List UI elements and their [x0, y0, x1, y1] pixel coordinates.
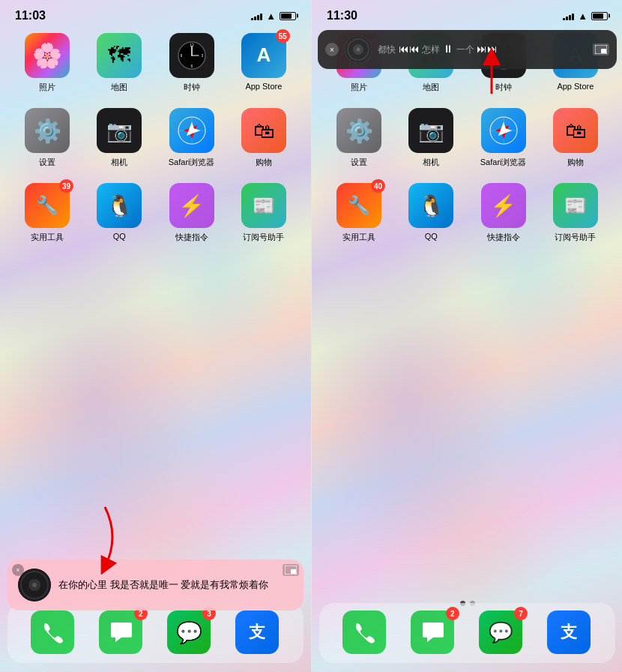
- left-qq-icon: 🐧: [97, 183, 142, 228]
- right-tools-label: 实用工具: [342, 232, 375, 243]
- left-status-bar: 11:03 ▲: [0, 0, 311, 26]
- left-safari-label: Safari浏览器: [169, 157, 215, 168]
- left-app-qq[interactable]: 🐧 QQ: [87, 183, 151, 243]
- left-photos-label: 照片: [39, 82, 55, 93]
- right-bar-album-art: [345, 36, 372, 63]
- left-time: 11:03: [15, 9, 46, 22]
- right-app-shortcuts[interactable]: ⚡ 快捷指令: [471, 183, 536, 243]
- left-settings-label: 设置: [39, 157, 55, 168]
- right-app-subscribe[interactable]: 📰 订阅号助手: [543, 183, 608, 243]
- left-appstore-label: App Store: [245, 82, 282, 91]
- right-shopping-label: 购物: [567, 157, 584, 168]
- left-phone-screen: 11:03 ▲ 🌸 照片 🗺 地图: [0, 0, 311, 672]
- left-camera-label: 相机: [111, 157, 127, 168]
- left-dock-alipay[interactable]: 支: [235, 610, 280, 656]
- svg-rect-24: [601, 49, 606, 53]
- left-app-shortcuts[interactable]: ⚡ 快捷指令: [160, 183, 224, 243]
- left-app-camera[interactable]: 📷 相机: [87, 108, 151, 168]
- right-camera-label: 相机: [423, 157, 439, 168]
- right-dock-alipay[interactable]: 支: [547, 610, 592, 656]
- left-widget-close-button[interactable]: ×: [12, 564, 24, 576]
- right-subscribe-icon: 📰: [553, 183, 598, 228]
- left-tools-badge: 39: [59, 179, 73, 193]
- right-bar-text: 都快 ⏮⏮ 怎样 ⏸ 一个 ⏭⏭: [378, 43, 587, 56]
- left-app-safari[interactable]: Safari浏览器: [160, 108, 224, 168]
- right-status-bar: 11:30 ▲: [312, 0, 622, 26]
- left-maps-icon: 🗺: [97, 33, 142, 78]
- left-app-clock[interactable]: 12 6 9 3 时钟: [160, 33, 224, 93]
- right-clock-label: 时钟: [495, 82, 512, 93]
- right-alipay-icon: 支: [547, 610, 591, 654]
- left-maps-label: 地图: [111, 82, 127, 93]
- right-app-camera[interactable]: 📷 相机: [399, 108, 463, 168]
- right-wifi-icon: ▲: [578, 10, 588, 22]
- right-wechat-badge: 7: [514, 607, 528, 620]
- right-status-icons: ▲: [563, 10, 608, 22]
- left-camera-icon: 📷: [97, 108, 142, 153]
- right-tools-badge: 40: [371, 179, 385, 193]
- right-app-shopping[interactable]: 🛍 购物: [543, 108, 608, 168]
- left-app-grid: 🌸 照片 🗺 地图 12 6 9 3: [0, 26, 311, 250]
- left-widget-album-art: [18, 568, 51, 602]
- left-shopping-icon: 🛍: [241, 108, 286, 153]
- right-app-safari[interactable]: Safari浏览器: [471, 108, 536, 168]
- left-clock-icon: 12 6 9 3: [169, 33, 214, 78]
- left-widget-pip-button[interactable]: [283, 564, 299, 576]
- right-phone-screen: 11:30 ▲ × 都快 ⏮⏮ 怎样 ⏸ 一个: [312, 0, 622, 672]
- right-dock-wechat[interactable]: 💬 7: [479, 610, 524, 656]
- right-qq-icon: 🐧: [408, 183, 453, 228]
- right-dock-messages[interactable]: 2: [411, 610, 456, 656]
- left-app-tools[interactable]: 🔧 39 实用工具: [15, 183, 79, 243]
- left-app-shopping[interactable]: 🛍 购物: [232, 108, 296, 168]
- left-dock-phone[interactable]: [31, 610, 76, 656]
- left-tools-label: 实用工具: [31, 232, 64, 243]
- left-shopping-label: 购物: [256, 157, 272, 168]
- right-time: 11:30: [327, 9, 357, 22]
- right-shortcuts-label: 快捷指令: [487, 232, 520, 243]
- left-alipay-icon: 支: [235, 610, 279, 654]
- left-subscribe-icon: 📰: [241, 183, 286, 228]
- left-dock-wechat[interactable]: 💬 3: [167, 610, 212, 656]
- svg-text:A: A: [256, 44, 271, 66]
- left-photos-icon: 🌸: [25, 33, 70, 78]
- right-dock-phone[interactable]: [342, 610, 387, 656]
- left-app-settings[interactable]: ⚙️ 设置: [15, 108, 79, 168]
- svg-text:9: 9: [180, 53, 182, 58]
- right-messages-badge: 2: [446, 607, 459, 620]
- left-appstore-badge: 55: [276, 29, 290, 43]
- right-settings-icon: ⚙️: [336, 108, 381, 153]
- left-widget-text: 在你的心里 我是否就是唯一 爱就是有我常烦着你: [58, 578, 293, 592]
- left-dock: 2 💬 3 支: [7, 603, 304, 663]
- left-clock-label: 时钟: [184, 82, 200, 93]
- right-photos-label: 照片: [351, 82, 367, 93]
- right-app-settings[interactable]: ⚙️ 设置: [327, 108, 391, 168]
- svg-point-21: [357, 48, 360, 52]
- right-bar-pip-button[interactable]: [593, 44, 609, 56]
- left-status-icons: ▲: [251, 10, 296, 22]
- left-app-maps[interactable]: 🗺 地图: [87, 33, 151, 93]
- left-now-playing-widget[interactable]: × 在你的心里 我是否就是唯一 爱就是有我常烦着你: [7, 560, 304, 610]
- right-qq-label: QQ: [425, 232, 438, 241]
- right-now-playing-bar[interactable]: × 都快 ⏮⏮ 怎样 ⏸ 一个 ⏭⏭: [318, 30, 617, 69]
- right-maps-label: 地图: [423, 82, 439, 93]
- right-app-qq[interactable]: 🐧 QQ: [399, 183, 463, 243]
- svg-point-15: [32, 583, 37, 587]
- left-app-appstore[interactable]: A 55 App Store: [232, 33, 296, 93]
- left-battery-icon: [280, 12, 296, 20]
- right-signal-icon: [563, 12, 574, 20]
- right-settings-label: 设置: [351, 157, 367, 168]
- right-safari-icon: [481, 108, 526, 153]
- left-signal-icon: [251, 12, 262, 20]
- right-app-tools[interactable]: 🔧 40 实用工具: [327, 183, 391, 243]
- right-appstore-label: App Store: [557, 82, 594, 91]
- right-shopping-icon: 🛍: [553, 108, 598, 153]
- right-bar-close-button[interactable]: ×: [325, 43, 339, 56]
- left-subscribe-label: 订阅号助手: [243, 232, 284, 243]
- svg-text:6: 6: [190, 64, 193, 68]
- left-app-photos[interactable]: 🌸 照片: [15, 33, 79, 93]
- left-wifi-icon: ▲: [266, 10, 276, 22]
- right-dock: 2 💬 7 支: [319, 603, 615, 663]
- left-dock-messages[interactable]: 2: [99, 610, 144, 656]
- svg-rect-18: [291, 569, 296, 574]
- left-app-subscribe[interactable]: 📰 订阅号助手: [232, 183, 296, 243]
